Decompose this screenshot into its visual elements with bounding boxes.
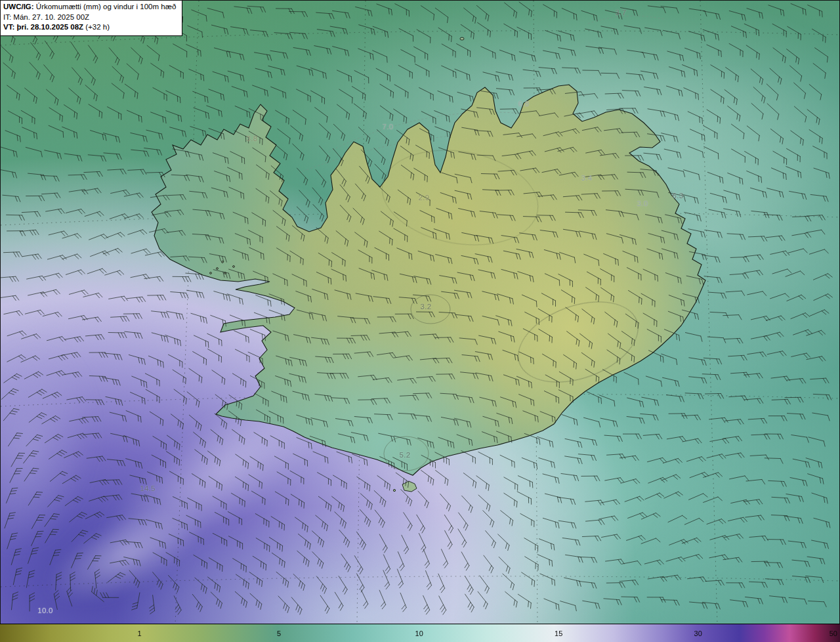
- precip-value-label: 5.2: [400, 451, 411, 459]
- colorbar-tick: 5: [277, 630, 281, 637]
- colorbar-tick: 50: [830, 630, 837, 637]
- precip-value-label: 3.0: [637, 200, 648, 207]
- precip-value-label: 6.8: [518, 100, 530, 108]
- precip-value-label: 3.7: [616, 9, 627, 16]
- title-box: UWC/IG: Úrkomumætti (mm) og vindur i 100…: [1, 1, 182, 36]
- colorbar-tick: 30: [694, 630, 702, 637]
- valid-time: VT: þri. 28.10.2025 08Z (+32 h): [3, 22, 176, 33]
- model-id: UWC/IG:: [3, 3, 34, 11]
- map-canvas: 3.76.87.03.83.46.33.02.93.25.214.510.0 U…: [0, 0, 840, 624]
- precip-value-label: 3.2: [421, 303, 432, 310]
- weather-forecast-map: 3.76.87.03.83.46.33.02.93.25.214.510.0 U…: [0, 0, 840, 642]
- precip-value-label: 10.0: [37, 607, 53, 614]
- colorbar-tick: 1: [137, 630, 141, 637]
- colorbar-tick: 15: [555, 630, 562, 637]
- colorbar-tick: 10: [415, 630, 423, 637]
- precip-value-label: 2.9: [419, 194, 430, 202]
- precip-value-label: 7.0: [383, 123, 394, 131]
- init-time: IT: Mán. 27. 10. 2025 00Z: [3, 12, 176, 23]
- precip-value-label: 6.3: [673, 192, 684, 200]
- precip-value-label: 3.4: [581, 174, 593, 182]
- map-title: UWC/IG: Úrkomumætti (mm) og vindur i 100…: [3, 2, 176, 12]
- precip-value-label: 14.5: [140, 484, 156, 492]
- precipitation-colorbar: 1510153050: [0, 624, 840, 642]
- colorbar-ticks: 1510153050: [0, 624, 840, 642]
- precip-value-label: 3.8: [247, 135, 258, 142]
- map-vector-layer: [1, 1, 840, 624]
